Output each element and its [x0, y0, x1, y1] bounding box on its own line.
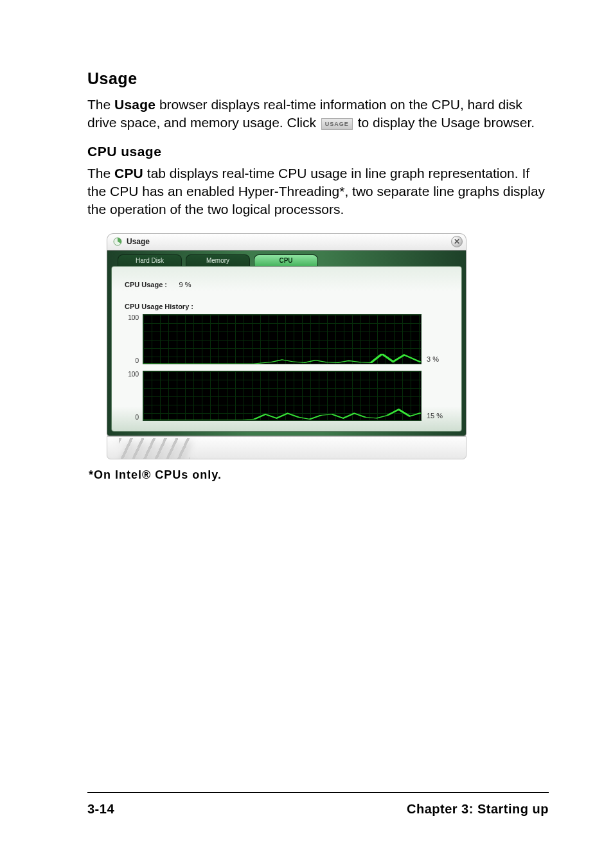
tick-bottom: 0 [135, 414, 139, 421]
close-icon[interactable]: ✕ [451, 236, 463, 247]
footnote: *On Intel® CPUs only. [89, 468, 549, 482]
cpu-history-chart-2: 100 0 15 % [125, 371, 449, 421]
series-line-1 [143, 354, 421, 364]
tab-hard-disk[interactable]: Hard Disk [118, 254, 182, 266]
text: tab displays real-time CPU usage in line… [87, 166, 545, 217]
text: to display the Usage browser. [354, 115, 535, 130]
tick-top: 100 [128, 314, 139, 321]
chart-canvas-2 [143, 371, 422, 421]
subheading-cpu-usage: CPU usage [87, 144, 549, 159]
window-title: Usage [127, 237, 150, 246]
pie-chart-icon [112, 236, 123, 247]
usage-browser-window: Usage ✕ Hard Disk Memory CPU CPU Usage :… [107, 233, 466, 459]
history-label-text: CPU Usage History : [125, 303, 193, 310]
bold-word-cpu: CPU [114, 166, 143, 181]
window-body: Hard Disk Memory CPU CPU Usage : 9 % CPU… [107, 250, 466, 436]
bold-word-usage: Usage [114, 97, 155, 112]
text: The [87, 97, 114, 112]
page-footer: 3-14 Chapter 3: Starting up [87, 792, 549, 817]
cpu-history-label: CPU Usage History : [125, 300, 449, 312]
y-axis-ticks: 100 0 [125, 371, 143, 421]
paragraph-cpu-intro: The CPU tab displays real-time CPU usage… [87, 164, 549, 219]
text: The [87, 166, 114, 181]
tick-bottom: 0 [135, 357, 139, 364]
tab-memory[interactable]: Memory [186, 254, 250, 266]
paragraph-usage-intro: The Usage browser displays real-time inf… [87, 96, 549, 132]
chart-canvas-1 [143, 314, 422, 364]
chart-1-current-value: 3 % [422, 314, 449, 364]
series-line-2 [143, 409, 421, 420]
chart-2-current-value: 15 % [422, 371, 449, 421]
cpu-usage-value: 9 % [179, 281, 191, 288]
y-axis-ticks: 100 0 [125, 314, 143, 364]
hatch-decoration [119, 438, 190, 459]
cpu-usage-row: CPU Usage : 9 % [125, 278, 449, 290]
tab-bar: Hard Disk Memory CPU [111, 254, 462, 266]
page-number: 3-14 [87, 802, 114, 817]
chapter-title: Chapter 3: Starting up [407, 802, 549, 817]
tick-top: 100 [128, 371, 139, 378]
section-heading-usage: Usage [87, 69, 549, 88]
cpu-history-chart-1: 100 0 3 % [125, 314, 449, 364]
usage-button-inline: USAGE [321, 118, 353, 130]
window-titlebar: Usage ✕ [107, 233, 466, 250]
tab-cpu[interactable]: CPU [254, 254, 318, 266]
tab-content-cpu: CPU Usage : 9 % CPU Usage History : 100 … [111, 266, 462, 432]
window-footer [107, 436, 466, 459]
cpu-usage-label: CPU Usage : [125, 281, 167, 288]
